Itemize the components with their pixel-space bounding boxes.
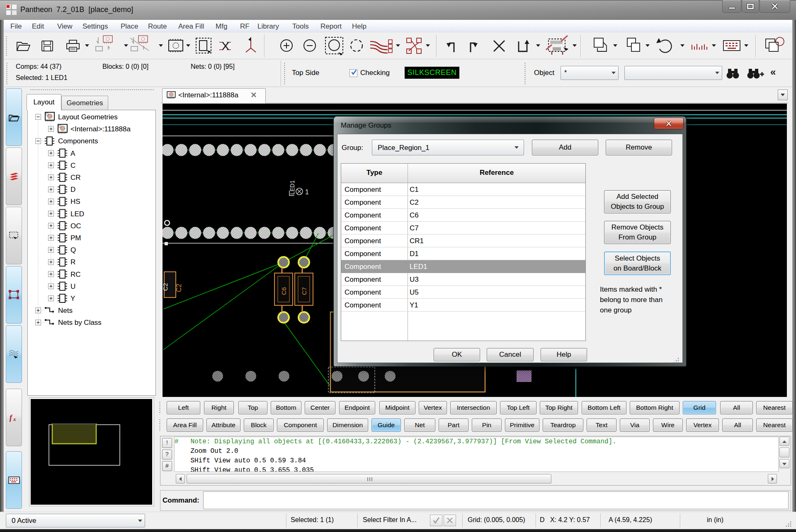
svg-text:Nets by Class: Nets by Class bbox=[58, 319, 102, 326]
svg-text:LED1: LED1 bbox=[289, 180, 296, 195]
svg-text:C7: C7 bbox=[301, 287, 308, 295]
svg-text:Y: Y bbox=[70, 295, 75, 302]
svg-text:C2: C2 bbox=[175, 283, 182, 292]
svg-text:RC: RC bbox=[70, 271, 81, 278]
svg-text:A: A bbox=[70, 150, 75, 157]
svg-text:R: R bbox=[70, 258, 75, 266]
svg-text:LED: LED bbox=[70, 210, 84, 218]
svg-text:x: x bbox=[13, 416, 16, 422]
svg-text:OC: OC bbox=[70, 222, 81, 230]
svg-text:CR: CR bbox=[70, 174, 81, 181]
svg-text:U: U bbox=[70, 283, 75, 290]
svg-text:D: D bbox=[70, 186, 75, 193]
svg-text:HS: HS bbox=[70, 198, 80, 206]
svg-text:Q: Q bbox=[70, 246, 76, 254]
svg-text:PM: PM bbox=[70, 234, 81, 242]
svg-text:Layout Geometries: Layout Geometries bbox=[58, 113, 118, 121]
svg-text:Components: Components bbox=[58, 137, 98, 145]
svg-text:1: 1 bbox=[305, 189, 309, 196]
svg-text:C2: C2 bbox=[163, 283, 169, 291]
svg-text:C6: C6 bbox=[280, 287, 287, 295]
svg-text:C: C bbox=[70, 162, 75, 169]
svg-text:f: f bbox=[10, 414, 13, 422]
svg-text:<Internal>:111888a: <Internal>:111888a bbox=[70, 125, 131, 133]
svg-text:Nets: Nets bbox=[58, 307, 73, 314]
